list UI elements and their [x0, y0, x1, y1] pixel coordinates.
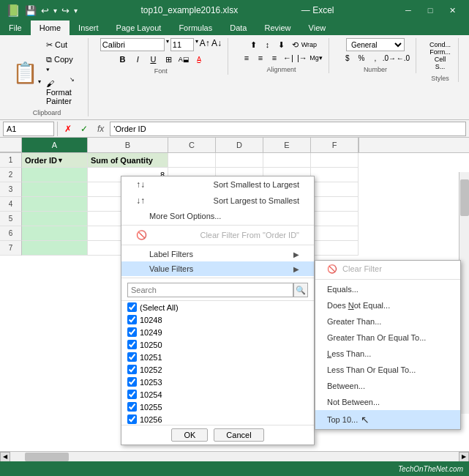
tab-page-layout[interactable]: Page Layout — [108, 21, 170, 35]
close-button[interactable]: ✕ — [441, 0, 463, 21]
comma-button[interactable]: , — [369, 51, 382, 64]
submenu-top10[interactable]: Top 10... ↖ — [315, 410, 460, 429]
underline-button[interactable]: U — [146, 53, 160, 66]
border-button[interactable]: ⊞ — [161, 53, 176, 66]
checkbox-10255[interactable]: 10255 — [121, 401, 314, 413]
font-name-input[interactable] — [100, 38, 165, 51]
tab-view[interactable]: View — [300, 21, 335, 35]
cell-a5[interactable] — [22, 212, 88, 226]
formula-confirm-button[interactable]: ✓ — [77, 122, 91, 136]
font-color-button[interactable]: A̲ — [192, 53, 206, 66]
tab-insert[interactable]: Insert — [70, 21, 108, 35]
quick-access-redo[interactable]: ↪ — [61, 5, 70, 16]
checkbox-10249[interactable]: 10249 — [121, 326, 314, 338]
cell-f7[interactable] — [311, 241, 359, 256]
checkbox-10251[interactable]: 10251 — [121, 351, 314, 363]
tab-formulas[interactable]: Formulas — [170, 21, 221, 35]
checkbox-10248-input[interactable] — [127, 315, 137, 324]
cell-a2[interactable] — [22, 168, 88, 182]
checkbox-10248[interactable]: 10248 — [121, 313, 314, 326]
filter-value-filters[interactable]: Value Filters ▶ — [121, 261, 314, 276]
format-painter-button[interactable]: 🖌 Format Painter — [42, 77, 82, 108]
checkbox-10249-input[interactable] — [127, 327, 137, 337]
cell-f3[interactable] — [311, 182, 359, 197]
cell-f6[interactable] — [311, 226, 359, 241]
align-top-button[interactable]: ⬆ — [247, 38, 260, 51]
percent-button[interactable]: % — [355, 51, 368, 64]
increase-decimal-button[interactable]: .0→ — [383, 51, 396, 64]
decrease-indent-button[interactable]: ←| — [282, 51, 295, 64]
col-header-a[interactable]: A — [22, 138, 88, 152]
copy-button[interactable]: ⧉ Copy ▾ — [42, 53, 82, 76]
cell-a4[interactable] — [22, 197, 88, 212]
align-middle-button[interactable]: ↕ — [260, 38, 274, 51]
filter-ok-button[interactable]: OK — [171, 428, 208, 442]
increase-indent-button[interactable]: |→ — [296, 51, 309, 64]
cell-e1[interactable] — [263, 153, 311, 168]
filter-sort-asc[interactable]: ↑↓ Sort Smallest to Largest — [121, 176, 314, 193]
cell-d1[interactable] — [216, 153, 263, 168]
maximize-button[interactable]: □ — [419, 0, 441, 21]
checkbox-10254-input[interactable] — [127, 390, 137, 399]
bold-button[interactable]: B — [115, 53, 130, 66]
submenu-less-than[interactable]: Less Than... — [315, 346, 460, 362]
filter-sort-desc[interactable]: ↓↑ Sort Largest to Smallest — [121, 193, 314, 209]
wrap-text-button[interactable]: Wrap — [302, 38, 315, 51]
checkbox-10256-input[interactable] — [127, 414, 137, 424]
paste-button[interactable]: 📋 ▾ — [12, 59, 41, 87]
tab-home[interactable]: Home — [31, 21, 70, 35]
quick-access-save[interactable]: 💾 — [25, 5, 37, 16]
cell-f5[interactable] — [311, 212, 359, 226]
col-header-b[interactable]: B — [88, 138, 168, 152]
tab-data[interactable]: Data — [221, 21, 255, 35]
checkbox-10253[interactable]: 10253 — [121, 376, 314, 388]
font-name-arrow[interactable]: ▾ — [166, 38, 169, 51]
col-header-f[interactable]: F — [311, 138, 359, 152]
cut-button[interactable]: ✂ Cut — [42, 38, 82, 52]
search-input[interactable] — [127, 283, 293, 297]
increase-font-icon[interactable]: A↑ — [200, 38, 210, 51]
cell-a1[interactable]: Order ID ▼ — [22, 153, 88, 168]
checkbox-10252-input[interactable] — [127, 365, 137, 374]
h-scroll-left-button[interactable]: ◀ — [0, 452, 10, 462]
checkbox-10250-input[interactable] — [127, 340, 137, 349]
cell-b1[interactable]: Sum of Quantity — [88, 153, 168, 168]
checkbox-10251-input[interactable] — [127, 352, 137, 362]
formula-input[interactable] — [110, 122, 466, 136]
decrease-decimal-button[interactable]: ←.0 — [397, 51, 410, 64]
font-size-input[interactable] — [170, 38, 194, 51]
align-bottom-button[interactable]: ⬇ — [274, 38, 288, 51]
col-header-d[interactable]: D — [216, 138, 263, 152]
text-angle-button[interactable]: ⟲ — [288, 38, 301, 51]
font-size-arrow[interactable]: ▾ — [195, 38, 198, 51]
italic-button[interactable]: I — [130, 53, 145, 66]
cell-f2[interactable] — [311, 168, 359, 182]
cell-c1[interactable] — [168, 153, 216, 168]
submenu-less-than-equal[interactable]: Less Than Or Equal To... — [315, 362, 460, 378]
merge-center-button[interactable]: Mg▾ — [309, 51, 323, 64]
number-format-select[interactable]: General — [346, 38, 405, 51]
horizontal-scrollbar[interactable]: ◀ ▶ — [0, 451, 469, 461]
submenu-greater-than-equal[interactable]: Greater Than Or Equal To... — [315, 330, 460, 346]
formula-cancel-button[interactable]: ✗ — [61, 122, 75, 136]
checkbox-10255-input[interactable] — [127, 402, 137, 412]
cell-f1[interactable] — [311, 153, 359, 168]
col-header-c[interactable]: C — [168, 138, 216, 152]
checkbox-10252[interactable]: 10252 — [121, 363, 314, 376]
tab-file[interactable]: File — [0, 21, 31, 35]
cell-a7[interactable] — [22, 241, 88, 256]
decrease-font-icon[interactable]: A↓ — [211, 38, 222, 51]
align-left-button[interactable]: ≡ — [240, 51, 253, 64]
filter-label-filters[interactable]: Label Filters ▶ — [121, 247, 314, 261]
checkbox-10250[interactable]: 10250 — [121, 338, 314, 351]
minimize-button[interactable]: ─ — [397, 0, 419, 21]
checkbox-select-all-input[interactable] — [127, 302, 137, 312]
align-right-button[interactable]: ≡ — [268, 51, 281, 64]
checkbox-10254[interactable]: 10254 — [121, 388, 314, 401]
submenu-between[interactable]: Between... — [315, 378, 460, 394]
submenu-not-equal[interactable]: Does Not Equal... — [315, 297, 460, 313]
submenu-equals[interactable]: Equals... — [315, 281, 460, 297]
col-header-e[interactable]: E — [263, 138, 311, 152]
checkbox-select-all[interactable]: (Select All) — [121, 301, 314, 313]
cell-a6[interactable] — [22, 226, 88, 241]
